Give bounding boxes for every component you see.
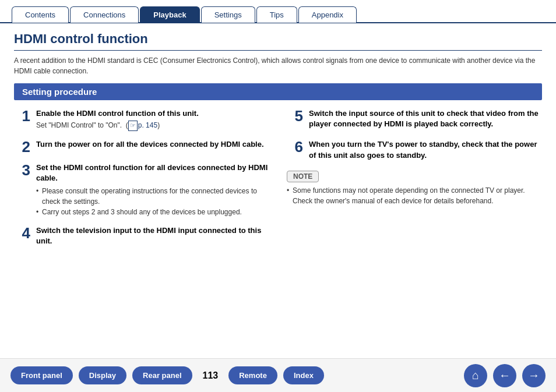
step-5-title: Switch the input source of this unit to … (309, 108, 542, 129)
step-4-title: Switch the television input to the HDMI … (36, 225, 269, 246)
tab-appendix[interactable]: Appendix (298, 6, 357, 23)
step-4: 4 Switch the television input to the HDM… (14, 225, 269, 248)
section-header: Setting procedure (14, 83, 542, 100)
note-box: NOTE Some functions may not operate depe… (287, 171, 542, 206)
forward-button[interactable]: → (522, 364, 546, 387)
page-title: HDMI control function (14, 31, 542, 47)
index-button[interactable]: Index (283, 366, 324, 384)
step-4-content: Switch the television input to the HDMI … (36, 225, 269, 248)
step-2-content: Turn the power on for all the devices co… (36, 139, 269, 151)
step-2-number: 2 (14, 139, 30, 154)
back-button[interactable]: ← (493, 364, 516, 387)
step-5-number: 5 (287, 108, 303, 123)
step-4-number: 4 (14, 225, 30, 241)
step-1-content: Enable the HDMI control function of this… (36, 108, 269, 131)
step-1-number: 1 (14, 108, 30, 123)
step-6: 6 When you turn the TV's power to standb… (287, 139, 542, 162)
step-3-title: Set the HDMI control function for all de… (36, 163, 269, 183)
step-3-bullet-1: Please consult the operating instruction… (36, 186, 269, 207)
two-col-layout: 1 Enable the HDMI control function of th… (14, 108, 542, 256)
note-text: Some functions may not operate depending… (287, 185, 542, 206)
step-1-title: Enable the HDMI control function of this… (36, 108, 269, 119)
step-1-ref[interactable]: ☞p. 145 (128, 121, 157, 129)
tab-playback[interactable]: Playback (140, 6, 199, 23)
remote-button[interactable]: Remote (228, 366, 277, 384)
nav-tabs: Contents Connections Playback Settings T… (0, 0, 556, 23)
home-button[interactable]: ⌂ (464, 364, 487, 387)
step-5: 5 Switch the input source of this unit t… (287, 108, 542, 131)
rear-panel-button[interactable]: Rear panel (132, 366, 192, 384)
step-6-content: When you turn the TV's power to standby,… (309, 139, 542, 162)
step-3-number: 3 (14, 163, 30, 178)
col-left: 1 Enable the HDMI control function of th… (14, 108, 269, 256)
display-button[interactable]: Display (79, 366, 126, 384)
step-3-bullets: Please consult the operating instruction… (36, 186, 269, 217)
tab-settings[interactable]: Settings (201, 6, 255, 23)
page-number: 113 (203, 370, 219, 381)
front-panel-button[interactable]: Front panel (10, 366, 73, 384)
page-content: HDMI control function A recent addition … (0, 23, 556, 262)
step-2: 2 Turn the power on for all the devices … (14, 139, 269, 154)
bottom-bar: Front panel Display Rear panel 113 Remot… (0, 358, 556, 392)
intro-text: A recent addition to the HDMI standard i… (14, 55, 542, 76)
step-1: 1 Enable the HDMI control function of th… (14, 108, 269, 131)
step-5-content: Switch the input source of this unit to … (309, 108, 542, 131)
step-2-title: Turn the power on for all the devices co… (36, 139, 269, 150)
step-3: 3 Set the HDMI control function for all … (14, 163, 269, 217)
note-label: NOTE (287, 171, 319, 182)
note-item: Some functions may not operate depending… (287, 185, 542, 206)
tab-tips[interactable]: Tips (256, 6, 297, 23)
tab-connections[interactable]: Connections (70, 6, 139, 23)
col-right: 5 Switch the input source of this unit t… (287, 108, 542, 256)
step-1-sub: Set "HDMI Control" to "On". (☞p. 145) (36, 121, 269, 130)
step-3-bullet-2: Carry out steps 2 and 3 should any of th… (36, 207, 269, 217)
step-3-content: Set the HDMI control function for all de… (36, 163, 269, 217)
step-6-number: 6 (287, 139, 303, 154)
step-6-title: When you turn the TV's power to standby,… (309, 139, 542, 160)
page-divider (14, 50, 542, 51)
tab-contents[interactable]: Contents (12, 6, 69, 23)
